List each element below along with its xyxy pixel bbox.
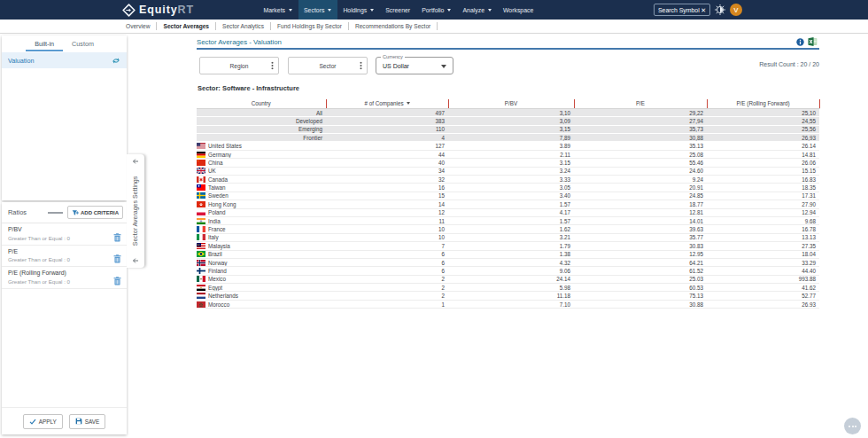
- country-link[interactable]: China: [208, 160, 222, 166]
- add-criteria-button[interactable]: ADD CRITERIA: [67, 206, 123, 219]
- country-link[interactable]: United States: [208, 143, 242, 149]
- theme-toggle-icon[interactable]: [714, 4, 726, 16]
- delete-criteria-trash-icon[interactable]: [113, 254, 121, 263]
- aggregate-row-all: All4973,1029,2225,10: [197, 108, 819, 116]
- nav-item-holdings[interactable]: Holdings: [337, 0, 380, 20]
- table-cell: 16: [326, 184, 448, 192]
- country-link[interactable]: France: [208, 226, 226, 232]
- country-link[interactable]: Sweden: [208, 192, 229, 199]
- nav-item-sectors[interactable]: Sectors: [298, 0, 337, 20]
- nav-item-label: Sectors: [304, 7, 324, 13]
- sidebar-tab-built-in[interactable]: Built-in: [27, 35, 61, 51]
- country-link[interactable]: Morocco: [208, 301, 229, 308]
- user-avatar[interactable]: V: [730, 4, 742, 16]
- refresh-icon[interactable]: [112, 57, 120, 65]
- ratios-title: Ratios: [8, 208, 27, 216]
- country-cell: Brazil: [197, 250, 326, 258]
- apply-button[interactable]: APPLY: [23, 414, 63, 429]
- excel-export-icon[interactable]: [808, 37, 818, 46]
- tab-fund-holdings-by-sector[interactable]: Fund Holdings By Sector: [271, 20, 348, 33]
- country-row-taiwan: Taiwan163.0520.9118.35: [197, 184, 819, 192]
- ratios-drag-handle[interactable]: [48, 212, 63, 214]
- sector-averages-settings-handle[interactable]: Sector Averages Settings: [127, 154, 144, 268]
- table-cell: 14.81: [707, 150, 819, 158]
- nav-item-screener[interactable]: Screener: [380, 0, 416, 20]
- caret-down-icon: [370, 9, 374, 12]
- flag-icon-mx: [197, 276, 205, 282]
- table-cell: 18.77: [574, 200, 707, 208]
- table-cell: 2: [326, 292, 448, 300]
- table-cell: 3.15: [448, 159, 574, 167]
- table-cell: 2: [326, 284, 448, 292]
- table-cell: 30.83: [574, 242, 707, 250]
- search-clear-icon[interactable]: ✕: [701, 7, 706, 13]
- aggregate-row-emerging: Emerging1103,1535,7325,56: [197, 125, 819, 133]
- save-button[interactable]: SAVE: [69, 414, 106, 429]
- top-navbar: EquityRT MarketsSectorsHoldingsScreenerP…: [0, 0, 868, 20]
- table-cell: 39.63: [574, 225, 707, 233]
- brand[interactable]: EquityRT: [122, 0, 194, 20]
- info-icon[interactable]: [796, 38, 804, 46]
- country-link[interactable]: Malaysia: [208, 243, 230, 249]
- country-cell: Germany: [197, 150, 326, 158]
- sidebar-tab-custom[interactable]: Custom: [65, 35, 101, 51]
- main-content: Sector Averages - Valuation Region Secto…: [197, 34, 868, 438]
- page-title: Sector Averages - Valuation: [197, 38, 282, 46]
- nav-item-label: Holdings: [343, 7, 367, 13]
- table-cell: 20.91: [574, 184, 707, 192]
- country-row-india: India111.5714.019.68: [197, 216, 819, 224]
- country-link[interactable]: Poland: [208, 209, 226, 215]
- tab-recommendations-by-sector[interactable]: Recommendations By Sector: [349, 20, 437, 33]
- country-link[interactable]: Germany: [208, 152, 231, 158]
- nav-item-markets[interactable]: Markets: [258, 0, 298, 20]
- column-header-p-e[interactable]: P/E: [574, 99, 707, 108]
- column-header-country[interactable]: Country: [197, 99, 326, 108]
- collapse-arrow-bottom-icon[interactable]: [132, 257, 139, 264]
- country-cell: Sweden: [197, 192, 326, 199]
- table-cell: 44: [326, 150, 448, 158]
- country-row-malaysia: Malaysia71.7930.8327.35: [197, 242, 819, 250]
- table-cell: 3.24: [448, 167, 574, 175]
- nav-item-portfolio[interactable]: Portfolio: [416, 0, 457, 20]
- tab-sector-analytics[interactable]: Sector Analytics: [216, 20, 270, 33]
- screens-panel-tabs: Built-inCustom: [2, 35, 127, 51]
- nav-item-analyze[interactable]: Analyze: [457, 0, 498, 20]
- table-cell: 18.35: [707, 184, 819, 192]
- flag-icon-no: [197, 260, 205, 266]
- table-cell: 3,10: [448, 108, 574, 116]
- symbol-search-box[interactable]: Search Symbol ✕: [654, 4, 710, 16]
- flag-icon-in: [197, 218, 205, 224]
- country-link[interactable]: Hong Kong: [208, 201, 236, 207]
- country-link[interactable]: Netherlands: [208, 293, 238, 299]
- criteria-condition: Greater Than or Equal : 0: [8, 235, 120, 241]
- delete-criteria-trash-icon[interactable]: [113, 233, 121, 242]
- tab-sector-averages[interactable]: Sector Averages: [157, 20, 215, 33]
- table-cell: 26.93: [707, 300, 819, 308]
- country-link[interactable]: Taiwan: [208, 184, 226, 191]
- country-link[interactable]: Finland: [208, 268, 227, 274]
- country-link[interactable]: Italy: [208, 234, 219, 240]
- country-row-hong-kong: Hong Kong141.5718.7727.90: [197, 200, 819, 208]
- country-link[interactable]: India: [208, 218, 221, 224]
- country-link[interactable]: Egypt: [208, 285, 222, 291]
- nav-item-workspace[interactable]: Workspace: [497, 0, 539, 20]
- table-cell: 35.77: [574, 233, 707, 241]
- delete-criteria-trash-icon[interactable]: [113, 277, 121, 285]
- tab-overview[interactable]: Overview: [120, 20, 156, 33]
- caret-down-icon: [328, 9, 331, 12]
- equityrt-logo-icon: [122, 4, 136, 17]
- collapse-arrow-top-icon[interactable]: [132, 158, 139, 165]
- country-link[interactable]: Norway: [208, 260, 227, 266]
- country-link[interactable]: Mexico: [208, 276, 226, 282]
- column-header-p-bv[interactable]: P/BV: [448, 99, 574, 108]
- country-link[interactable]: Canada: [208, 176, 228, 183]
- chat-widget-button[interactable]: [844, 418, 861, 434]
- table-cell: 7: [326, 242, 448, 250]
- column-header-p-e-rolling-forward-[interactable]: P/E (Rolling Forward): [707, 99, 819, 108]
- country-link[interactable]: Brazil: [208, 251, 222, 257]
- screen-item-valuation[interactable]: Valuation: [2, 52, 127, 68]
- country-link[interactable]: UK: [208, 168, 216, 174]
- column-header--of-companies[interactable]: # of Companies: [326, 99, 448, 108]
- table-cell: 24,55: [707, 117, 819, 125]
- country-cell: Canada: [197, 176, 326, 184]
